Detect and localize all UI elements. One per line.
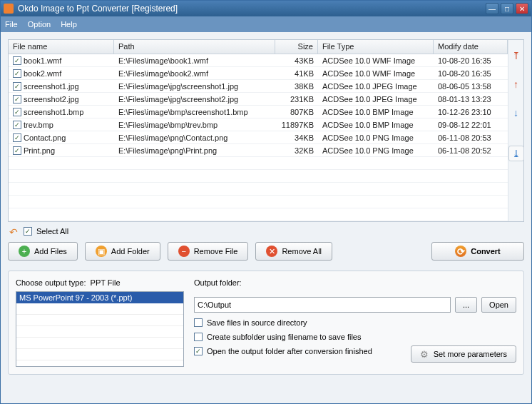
cell-filename: Print.png bbox=[24, 146, 55, 155]
table-row[interactable]: ✓trev.bmp E:\Files\image\bmp\trev.bmp 11… bbox=[9, 118, 508, 131]
menubar: File Option Help bbox=[1, 16, 531, 32]
row-checkbox[interactable]: ✓ bbox=[13, 133, 21, 142]
convert-button[interactable]: ⟳Convert bbox=[431, 242, 524, 261]
cell-path: E:\Files\image\jpg\screenshot1.jpg bbox=[114, 81, 275, 92]
move-up-icon[interactable]: ↑ bbox=[511, 79, 522, 90]
add-icon: + bbox=[19, 246, 30, 257]
maximize-button[interactable]: □ bbox=[501, 3, 513, 14]
cell-date: 06-11-08 20:53 bbox=[434, 132, 508, 143]
create-subfolder-checkbox[interactable] bbox=[194, 333, 203, 341]
cell-filetype: ACDSee 10.0 WMF Image bbox=[318, 55, 434, 66]
app-icon bbox=[4, 4, 14, 14]
cell-filetype: ACDSee 10.0 JPEG Image bbox=[318, 81, 434, 92]
cell-filetype: ACDSee 10.0 BMP Image bbox=[318, 106, 434, 118]
move-bottom-icon[interactable]: ⤓ bbox=[508, 146, 524, 161]
cell-filetype: ACDSee 10.0 PNG Image bbox=[318, 132, 434, 143]
cell-filename: screenshot2.jpg bbox=[24, 95, 79, 103]
cell-size: 32KB bbox=[275, 145, 318, 156]
col-filename[interactable]: File name bbox=[9, 40, 114, 54]
cell-size: 41KB bbox=[275, 68, 318, 79]
add-files-button[interactable]: +Add Files bbox=[8, 242, 78, 261]
row-checkbox[interactable]: ✓ bbox=[13, 121, 21, 129]
row-checkbox[interactable]: ✓ bbox=[13, 56, 21, 65]
menu-help[interactable]: Help bbox=[61, 20, 77, 29]
remove-icon: − bbox=[178, 246, 190, 257]
menu-file[interactable]: File bbox=[5, 20, 18, 29]
cell-date: 10-08-20 16:35 bbox=[434, 55, 508, 66]
table-header: File name Path Size File Type Modify dat… bbox=[9, 40, 508, 54]
titlebar: Okdo Image to Ppt Converter [Registered]… bbox=[1, 1, 531, 16]
reorder-toolbar: ⤒ ↑ ↓ ⤓ bbox=[508, 40, 523, 221]
cell-filename: screenshot1.jpg bbox=[24, 82, 79, 91]
cell-filename: book2.wmf bbox=[24, 69, 61, 78]
up-folder-icon[interactable]: ↶ bbox=[9, 226, 19, 236]
cell-path: E:\Files\image\png\Print.png bbox=[114, 145, 275, 156]
cell-date: 06-11-08 20:52 bbox=[434, 145, 508, 156]
col-modifydate[interactable]: Modify date bbox=[434, 40, 508, 54]
col-size[interactable]: Size bbox=[275, 40, 318, 54]
close-button[interactable]: ✕ bbox=[516, 3, 528, 14]
file-table: File name Path Size File Type Modify dat… bbox=[8, 39, 524, 222]
cell-filetype: ACDSee 10.0 WMF Image bbox=[318, 68, 434, 79]
row-checkbox[interactable]: ✓ bbox=[13, 146, 21, 155]
output-folder-input[interactable] bbox=[194, 297, 451, 313]
cell-filename: screenshot1.bmp bbox=[24, 108, 83, 116]
open-folder-button[interactable]: Open bbox=[481, 297, 516, 313]
cell-path: E:\Files\image\book1.wmf bbox=[114, 55, 275, 66]
select-all-checkbox[interactable]: ✓ bbox=[24, 227, 32, 236]
cell-size: 38KB bbox=[275, 81, 318, 92]
row-checkbox[interactable]: ✓ bbox=[13, 95, 21, 103]
table-row[interactable]: ✓screenshot1.jpg E:\Files\image\jpg\scre… bbox=[9, 80, 508, 93]
remove-file-button[interactable]: −Remove File bbox=[168, 242, 249, 261]
gear-icon: ⚙ bbox=[420, 349, 430, 359]
output-type-option[interactable]: MS PowerPoint 97 - 2003 (*.ppt) bbox=[16, 292, 183, 303]
row-checkbox[interactable]: ✓ bbox=[13, 69, 21, 78]
cell-filename: book1.wmf bbox=[24, 56, 61, 65]
create-subfolder-label: Create subfolder using filename to save … bbox=[207, 333, 361, 341]
remove-all-button[interactable]: ✕Remove All bbox=[255, 242, 332, 261]
table-row[interactable]: ✓Contact.png E:\Files\image\png\Contact.… bbox=[9, 131, 508, 144]
cell-path: E:\Files\image\bmp\trev.bmp bbox=[114, 119, 275, 131]
table-row[interactable]: ✓Print.png E:\Files\image\png\Print.png … bbox=[9, 144, 508, 157]
table-row[interactable]: ✓book2.wmf E:\Files\image\book2.wmf 41KB… bbox=[9, 67, 508, 80]
table-row[interactable]: ✓screenshot2.jpg E:\Files\image\jpg\scre… bbox=[9, 93, 508, 106]
browse-button[interactable]: ... bbox=[455, 297, 477, 313]
cell-filename: trev.bmp bbox=[24, 121, 53, 129]
save-source-checkbox[interactable] bbox=[194, 318, 203, 327]
col-filetype[interactable]: File Type bbox=[318, 40, 434, 54]
table-row[interactable]: ✓book1.wmf E:\Files\image\book1.wmf 43KB… bbox=[9, 54, 508, 67]
folder-icon: ▣ bbox=[96, 246, 107, 257]
more-parameters-button[interactable]: ⚙Set more parameters bbox=[411, 345, 516, 363]
output-type-label: Choose output type: PPT File bbox=[16, 278, 184, 287]
move-down-icon[interactable]: ↓ bbox=[511, 107, 522, 118]
cell-filetype: ACDSee 10.0 JPEG Image bbox=[318, 94, 434, 105]
cell-date: 08-01-13 13:23 bbox=[434, 94, 508, 105]
cell-filename: Contact.png bbox=[24, 133, 66, 142]
convert-icon: ⟳ bbox=[455, 246, 466, 257]
cell-size: 807KB bbox=[275, 106, 318, 118]
cell-path: E:\Files\image\book2.wmf bbox=[114, 68, 275, 79]
app-window: Okdo Image to Ppt Converter [Registered]… bbox=[0, 0, 532, 404]
table-row[interactable]: ✓screenshot1.bmp E:\Files\image\bmp\scre… bbox=[9, 106, 508, 118]
cell-filetype: ACDSee 10.0 BMP Image bbox=[318, 119, 434, 131]
menu-option[interactable]: Option bbox=[28, 20, 51, 29]
cell-size: 231KB bbox=[275, 94, 318, 105]
minimize-button[interactable]: — bbox=[486, 3, 498, 14]
open-after-label: Open the output folder after conversion … bbox=[207, 347, 372, 355]
remove-all-icon: ✕ bbox=[266, 246, 277, 257]
cell-path: E:\Files\image\jpg\screenshot2.jpg bbox=[114, 94, 275, 105]
add-folder-button[interactable]: ▣Add Folder bbox=[85, 242, 160, 261]
cell-date: 10-12-26 23:10 bbox=[434, 106, 508, 118]
col-path[interactable]: Path bbox=[114, 40, 275, 54]
cell-filetype: ACDSee 10.0 PNG Image bbox=[318, 145, 434, 156]
cell-path: E:\Files\image\png\Contact.png bbox=[114, 132, 275, 143]
row-checkbox[interactable]: ✓ bbox=[13, 108, 21, 116]
move-top-icon[interactable]: ⤒ bbox=[511, 50, 522, 61]
row-checkbox[interactable]: ✓ bbox=[13, 82, 21, 91]
cell-date: 08-06-05 13:58 bbox=[434, 81, 508, 92]
output-type-list[interactable]: MS PowerPoint 97 - 2003 (*.ppt) bbox=[16, 291, 184, 367]
output-folder-label: Output folder: bbox=[194, 278, 516, 287]
cell-size: 34KB bbox=[275, 132, 318, 143]
save-source-label: Save files in source directory bbox=[207, 318, 307, 327]
open-after-checkbox[interactable]: ✓ bbox=[194, 347, 203, 355]
